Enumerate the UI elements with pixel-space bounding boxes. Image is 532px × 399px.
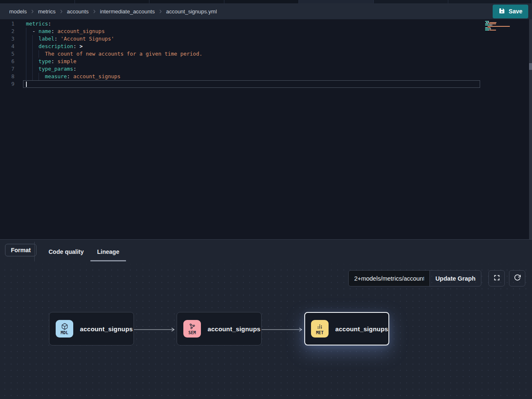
fullscreen-button[interactable] (488, 270, 505, 286)
code-line: 2 - name: account_signups (0, 28, 480, 35)
save-floppy-icon (499, 8, 505, 15)
bottom-panel: Format Code qualityLineage Update Graph (0, 239, 532, 399)
code-editor[interactable]: 1metrics:2 - name: account_signups3 labe… (0, 19, 532, 239)
code-line-content[interactable]: type: simple (23, 58, 480, 65)
ide-app: modelsmetricsaccountsintermediate_accoun… (0, 0, 532, 399)
code-line-content[interactable]: - name: account_signups (23, 28, 480, 35)
editor-tab-strip (0, 0, 532, 3)
code-line-content[interactable]: type_params: (23, 65, 480, 73)
lineage-edge (134, 326, 177, 331)
tab-lineage[interactable]: Lineage (90, 240, 126, 264)
lineage-edge (262, 326, 304, 331)
code-line: 3 label: 'Account Signups' (0, 35, 480, 43)
line-number: 4 (0, 43, 23, 50)
file-header-bar: modelsmetricsaccountsintermediate_accoun… (0, 3, 532, 19)
save-button-label: Save (509, 8, 522, 15)
code-line: 9 (0, 80, 480, 88)
node-label: account_signups (208, 325, 260, 332)
node-label: account_signups (335, 325, 388, 332)
code-line-content[interactable]: The count of new accounts for a given ti… (23, 50, 480, 58)
text-cursor (26, 82, 27, 87)
code-line-content[interactable]: description: > (23, 43, 480, 50)
model-cube-icon (61, 323, 68, 330)
minimap[interactable] (485, 21, 527, 32)
code-line: 5 The count of new accounts for a given … (0, 50, 480, 58)
node-type-badge: MDL (56, 320, 73, 338)
node-type-badge: SEM (183, 320, 201, 338)
line-number: 9 (0, 80, 23, 88)
code-line-content[interactable] (23, 80, 480, 88)
chevron-right-icon (92, 9, 97, 14)
code-line-content[interactable]: metrics: (23, 20, 480, 28)
lineage-selector-group: Update Graph (348, 270, 481, 286)
scrollbar-thumb[interactable] (529, 63, 532, 70)
metric-chart-icon (316, 323, 323, 330)
code-line: 4 description: > (0, 43, 480, 50)
line-number: 8 (0, 73, 23, 80)
editor-tab[interactable] (0, 0, 75, 3)
breadcrumb-item[interactable]: metrics (38, 8, 56, 15)
chevron-right-icon (158, 9, 163, 14)
lineage-node-sem[interactable]: SEMaccount_signups (177, 312, 262, 345)
panel-tabs: Code qualityLineage (42, 240, 126, 264)
lineage-controls: Update Graph (348, 270, 525, 286)
vertical-divider (34, 242, 35, 261)
line-number: 2 (0, 28, 23, 35)
update-graph-button[interactable]: Update Graph (429, 271, 481, 286)
line-number: 1 (0, 20, 23, 28)
code-line: 6 type: simple (0, 58, 480, 65)
chevron-right-icon (30, 9, 35, 14)
breadcrumb-item[interactable]: account_signups.yml (166, 8, 217, 15)
editor-scrollbar[interactable] (529, 19, 532, 239)
code-line: 7 type_params: (0, 65, 480, 73)
code-line-content[interactable]: measure: account_signups (23, 73, 480, 80)
line-number: 3 (0, 35, 23, 43)
node-label: account_signups (80, 325, 133, 332)
breadcrumb: modelsmetricsaccountsintermediate_accoun… (9, 8, 217, 15)
line-number: 5 (0, 50, 23, 58)
code-line-content[interactable]: label: 'Account Signups' (23, 35, 480, 43)
node-type-badge: MET (311, 320, 329, 338)
editor-tab[interactable] (448, 0, 532, 3)
panel-tab-bar: Format Code qualityLineage (0, 240, 532, 264)
save-button[interactable]: Save (493, 5, 528, 18)
code-line: 8 measure: account_signups (0, 73, 480, 80)
tab-code-quality[interactable]: Code quality (42, 240, 90, 264)
editor-tab[interactable] (75, 0, 150, 3)
node-type-label: SEM (188, 330, 196, 335)
node-type-label: MET (316, 330, 324, 335)
editor-tab[interactable] (149, 0, 224, 3)
semantic-network-icon (189, 323, 195, 330)
breadcrumb-item[interactable]: accounts (67, 8, 89, 15)
lineage-selector-input[interactable] (349, 271, 429, 286)
editor-tab[interactable] (224, 0, 299, 3)
lineage-node-met[interactable]: METaccount_signups (304, 312, 389, 345)
refresh-button[interactable] (509, 270, 525, 286)
line-number: 7 (0, 65, 23, 73)
format-button[interactable]: Format (5, 244, 36, 256)
refresh-icon (514, 274, 521, 283)
breadcrumb-item[interactable]: intermediate_accounts (100, 8, 155, 15)
chevron-right-icon (59, 9, 64, 14)
lineage-node-mdl[interactable]: MDLaccount_signups (49, 312, 134, 345)
editor-tab-active[interactable] (299, 0, 374, 3)
code-line: 1metrics: (0, 20, 480, 28)
node-type-label: MDL (61, 330, 68, 335)
editor-tab[interactable] (374, 0, 449, 3)
fullscreen-icon (493, 274, 501, 283)
line-number: 6 (0, 58, 23, 65)
breadcrumb-item[interactable]: models (9, 8, 27, 15)
lineage-canvas[interactable]: Update Graph (0, 264, 532, 399)
